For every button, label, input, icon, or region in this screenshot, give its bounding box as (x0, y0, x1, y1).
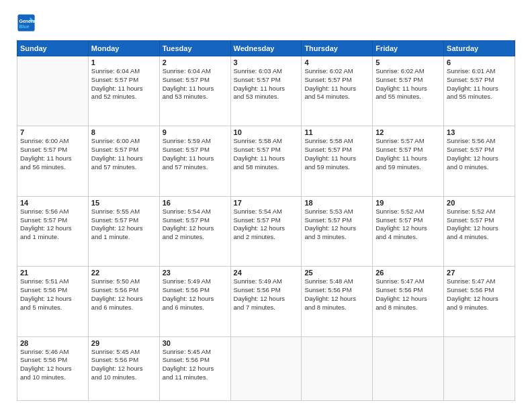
calendar-cell: 17Sunrise: 5:54 AMSunset: 5:57 PMDayligh… (230, 196, 302, 266)
day-header: Friday (373, 41, 444, 56)
day-info: Sunrise: 6:01 AMSunset: 5:57 PMDaylight:… (447, 67, 512, 101)
day-header: Saturday (444, 41, 515, 56)
day-info: Sunrise: 6:02 AMSunset: 5:57 PMDaylight:… (375, 67, 441, 101)
calendar-cell: 18Sunrise: 5:53 AMSunset: 5:57 PMDayligh… (302, 196, 373, 266)
day-number: 23 (163, 269, 228, 277)
calendar-cell: 30Sunrise: 5:45 AMSunset: 5:56 PMDayligh… (159, 336, 230, 400)
calendar-cell: 26Sunrise: 5:47 AMSunset: 5:56 PMDayligh… (373, 267, 444, 336)
calendar-cell: 29Sunrise: 5:45 AMSunset: 5:56 PMDayligh… (88, 336, 159, 400)
day-info: Sunrise: 5:47 AMSunset: 5:56 PMDaylight:… (447, 277, 512, 312)
day-number: 25 (304, 269, 369, 277)
day-number: 1 (91, 58, 157, 66)
day-info: Sunrise: 5:58 AMSunset: 5:57 PMDaylight:… (234, 137, 299, 171)
calendar-cell (444, 336, 515, 400)
day-info: Sunrise: 5:49 AMSunset: 5:56 PMDaylight:… (234, 277, 299, 312)
calendar-cell: 12Sunrise: 5:57 AMSunset: 5:57 PMDayligh… (373, 126, 444, 196)
day-number: 8 (91, 128, 157, 136)
day-number: 18 (304, 199, 369, 207)
day-info: Sunrise: 5:45 AMSunset: 5:56 PMDaylight:… (163, 348, 228, 382)
day-number: 29 (91, 339, 157, 347)
day-info: Sunrise: 5:56 AMSunset: 5:57 PMDaylight:… (20, 208, 85, 242)
calendar-cell: 8Sunrise: 6:00 AMSunset: 5:57 PMDaylight… (88, 126, 159, 196)
day-number: 21 (20, 269, 85, 277)
calendar-cell: 28Sunrise: 5:46 AMSunset: 5:56 PMDayligh… (17, 336, 89, 400)
day-number: 22 (91, 269, 157, 277)
day-info: Sunrise: 5:48 AMSunset: 5:56 PMDaylight:… (304, 277, 369, 312)
calendar-cell: 2Sunrise: 6:04 AMSunset: 5:57 PMDaylight… (159, 56, 230, 126)
calendar-cell: 23Sunrise: 5:49 AMSunset: 5:56 PMDayligh… (159, 267, 230, 336)
calendar-cell: 3Sunrise: 6:03 AMSunset: 5:57 PMDaylight… (230, 56, 302, 126)
day-info: Sunrise: 5:51 AMSunset: 5:56 PMDaylight:… (20, 277, 85, 312)
calendar-cell: 27Sunrise: 5:47 AMSunset: 5:56 PMDayligh… (444, 267, 515, 336)
day-number: 9 (163, 128, 228, 136)
calendar-cell: 21Sunrise: 5:51 AMSunset: 5:56 PMDayligh… (17, 267, 89, 336)
day-number: 26 (375, 269, 441, 277)
calendar-cell: 9Sunrise: 5:59 AMSunset: 5:57 PMDaylight… (159, 126, 230, 196)
calendar-cell (230, 336, 302, 400)
calendar-table: SundayMondayTuesdayWednesdayThursdayFrid… (17, 40, 515, 401)
day-number: 28 (20, 339, 85, 347)
day-number: 7 (20, 128, 85, 136)
calendar-cell (17, 56, 89, 126)
day-number: 16 (163, 199, 228, 207)
calendar-cell: 11Sunrise: 5:58 AMSunset: 5:57 PMDayligh… (302, 126, 373, 196)
day-info: Sunrise: 5:53 AMSunset: 5:57 PMDaylight:… (304, 208, 369, 242)
day-info: Sunrise: 5:54 AMSunset: 5:57 PMDaylight:… (163, 208, 228, 242)
calendar-cell: 20Sunrise: 5:52 AMSunset: 5:57 PMDayligh… (444, 196, 515, 266)
calendar-cell: 5Sunrise: 6:02 AMSunset: 5:57 PMDaylight… (373, 56, 444, 126)
day-number: 15 (91, 199, 157, 207)
calendar-cell: 6Sunrise: 6:01 AMSunset: 5:57 PMDaylight… (444, 56, 515, 126)
day-header: Wednesday (230, 41, 302, 56)
day-info: Sunrise: 6:04 AMSunset: 5:57 PMDaylight:… (91, 67, 157, 101)
calendar-cell: 24Sunrise: 5:49 AMSunset: 5:56 PMDayligh… (230, 267, 302, 336)
calendar-cell: 19Sunrise: 5:52 AMSunset: 5:57 PMDayligh… (373, 196, 444, 266)
day-number: 6 (447, 58, 512, 66)
calendar-cell (373, 336, 444, 400)
svg-text:Blue: Blue (19, 24, 30, 29)
logo: General Blue (17, 13, 36, 32)
day-info: Sunrise: 5:56 AMSunset: 5:57 PMDaylight:… (447, 137, 512, 171)
day-number: 13 (447, 128, 512, 136)
calendar-cell: 1Sunrise: 6:04 AMSunset: 5:57 PMDaylight… (88, 56, 159, 126)
day-info: Sunrise: 5:52 AMSunset: 5:57 PMDaylight:… (375, 208, 441, 242)
day-number: 3 (234, 58, 299, 66)
day-info: Sunrise: 5:57 AMSunset: 5:57 PMDaylight:… (375, 137, 441, 171)
calendar-page: General Blue SundayMondayTuesdayWednesda… (0, 0, 532, 411)
day-info: Sunrise: 5:47 AMSunset: 5:56 PMDaylight:… (375, 277, 441, 312)
day-number: 10 (234, 128, 299, 136)
day-header: Thursday (302, 41, 373, 56)
calendar-cell: 10Sunrise: 5:58 AMSunset: 5:57 PMDayligh… (230, 126, 302, 196)
day-number: 24 (234, 269, 299, 277)
day-info: Sunrise: 5:55 AMSunset: 5:57 PMDaylight:… (91, 208, 157, 242)
day-number: 5 (375, 58, 441, 66)
day-number: 11 (304, 128, 369, 136)
day-info: Sunrise: 5:45 AMSunset: 5:56 PMDaylight:… (91, 348, 157, 382)
calendar-cell: 15Sunrise: 5:55 AMSunset: 5:57 PMDayligh… (88, 196, 159, 266)
day-info: Sunrise: 5:54 AMSunset: 5:57 PMDaylight:… (234, 208, 299, 242)
day-number: 17 (234, 199, 299, 207)
header: General Blue (17, 13, 515, 32)
day-info: Sunrise: 6:04 AMSunset: 5:57 PMDaylight:… (163, 67, 228, 101)
day-info: Sunrise: 6:00 AMSunset: 5:57 PMDaylight:… (91, 137, 157, 171)
svg-text:General: General (19, 19, 36, 24)
day-header: Tuesday (159, 41, 230, 56)
day-header: Sunday (17, 41, 89, 56)
day-info: Sunrise: 5:59 AMSunset: 5:57 PMDaylight:… (163, 137, 228, 171)
calendar-cell: 13Sunrise: 5:56 AMSunset: 5:57 PMDayligh… (444, 126, 515, 196)
day-number: 12 (375, 128, 441, 136)
day-number: 19 (375, 199, 441, 207)
day-number: 14 (20, 199, 85, 207)
day-info: Sunrise: 5:58 AMSunset: 5:57 PMDaylight:… (304, 137, 369, 171)
day-info: Sunrise: 5:52 AMSunset: 5:57 PMDaylight:… (447, 208, 512, 242)
day-number: 4 (304, 58, 369, 66)
day-info: Sunrise: 5:46 AMSunset: 5:56 PMDaylight:… (20, 348, 85, 382)
day-info: Sunrise: 6:03 AMSunset: 5:57 PMDaylight:… (234, 67, 299, 101)
day-header: Monday (88, 41, 159, 56)
day-info: Sunrise: 6:02 AMSunset: 5:57 PMDaylight:… (304, 67, 369, 101)
day-info: Sunrise: 5:49 AMSunset: 5:56 PMDaylight:… (163, 277, 228, 312)
calendar-cell: 7Sunrise: 6:00 AMSunset: 5:57 PMDaylight… (17, 126, 89, 196)
calendar-cell: 25Sunrise: 5:48 AMSunset: 5:56 PMDayligh… (302, 267, 373, 336)
day-number: 30 (163, 339, 228, 347)
day-number: 20 (447, 199, 512, 207)
calendar-cell: 4Sunrise: 6:02 AMSunset: 5:57 PMDaylight… (302, 56, 373, 126)
